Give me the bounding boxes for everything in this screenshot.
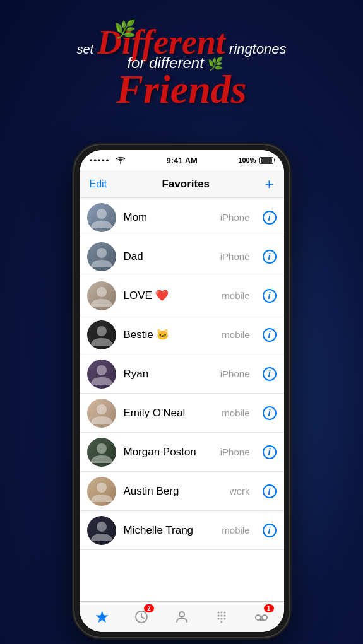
svg-point-18 bbox=[223, 615, 225, 617]
svg-point-2 bbox=[97, 287, 107, 297]
contact-item-dad[interactable]: DadiPhonei bbox=[80, 237, 284, 276]
status-bar: ●●●●● 9:41 AM 100% bbox=[80, 150, 284, 170]
svg-point-8 bbox=[97, 522, 107, 532]
contact-item-ryan[interactable]: RyaniPhonei bbox=[80, 354, 284, 394]
info-button-michelle[interactable]: i bbox=[263, 524, 277, 537]
phone-frame: ●●●●● 9:41 AM 100% bbox=[74, 145, 289, 637]
wifi-icon bbox=[116, 156, 126, 164]
svg-point-23 bbox=[256, 615, 261, 620]
battery-percent: 100% bbox=[238, 156, 256, 164]
svg-point-14 bbox=[220, 612, 222, 614]
contact-name-ryan: Ryan bbox=[124, 368, 213, 380]
phone-screen: ●●●●● 9:41 AM 100% bbox=[80, 150, 284, 632]
edit-button[interactable]: Edit bbox=[90, 179, 107, 190]
contact-name-mom: Mom bbox=[124, 211, 213, 224]
status-time: 9:41 AM bbox=[167, 156, 198, 165]
svg-point-16 bbox=[217, 615, 219, 617]
promo-header: 🌿 set Different ringtones for different … bbox=[0, 6, 363, 116]
contact-type-love: mobile bbox=[222, 290, 249, 301]
header-friends: Friends bbox=[116, 67, 246, 112]
svg-point-5 bbox=[97, 404, 107, 414]
tab-bar: ★ 2 bbox=[80, 601, 284, 632]
contact-name-austin: Austin Berg bbox=[124, 485, 222, 498]
svg-point-13 bbox=[217, 612, 219, 614]
battery-area: 100% bbox=[238, 156, 273, 164]
svg-point-24 bbox=[262, 615, 267, 620]
contact-name-love: LOVE ❤️ bbox=[124, 289, 215, 302]
svg-point-19 bbox=[217, 618, 219, 620]
contact-item-michelle[interactable]: Michelle Trangmobilei bbox=[80, 511, 284, 550]
info-button-austin[interactable]: i bbox=[263, 484, 277, 498]
contact-type-dad: iPhone bbox=[220, 251, 250, 262]
tab-favorites[interactable]: ★ bbox=[82, 602, 122, 632]
avatar-emily bbox=[87, 399, 116, 428]
svg-point-21 bbox=[223, 618, 225, 620]
contact-item-morgan[interactable]: Morgan PostoniPhonei bbox=[80, 433, 284, 472]
info-button-love[interactable]: i bbox=[263, 289, 277, 303]
recents-badge: 2 bbox=[144, 604, 154, 612]
avatar-dad bbox=[87, 242, 116, 271]
tab-recents[interactable]: 2 bbox=[122, 602, 162, 632]
avatar-michelle bbox=[87, 516, 116, 545]
contact-item-austin[interactable]: Austin Bergworki bbox=[80, 472, 284, 511]
favorites-icon: ★ bbox=[95, 607, 109, 627]
info-button-ryan[interactable]: i bbox=[263, 367, 277, 381]
voicemail-badge: 1 bbox=[264, 604, 274, 612]
avatar-mom bbox=[87, 203, 116, 232]
info-button-bestie[interactable]: i bbox=[263, 328, 277, 342]
svg-point-4 bbox=[97, 365, 107, 375]
contact-name-emily: Emily O'Neal bbox=[124, 407, 215, 419]
battery-icon bbox=[259, 157, 273, 164]
avatar-ryan bbox=[87, 360, 116, 389]
contact-type-bestie: mobile bbox=[222, 329, 249, 340]
contacts-icon bbox=[174, 609, 189, 624]
contact-type-michelle: mobile bbox=[222, 525, 249, 536]
contact-type-morgan: iPhone bbox=[220, 447, 250, 457]
info-button-dad[interactable]: i bbox=[263, 250, 277, 264]
avatar-austin bbox=[87, 477, 116, 506]
svg-point-20 bbox=[220, 618, 222, 620]
add-button[interactable]: + bbox=[265, 177, 273, 192]
svg-point-6 bbox=[97, 443, 107, 454]
contact-item-bestie[interactable]: Bestie 🐱mobilei bbox=[80, 315, 284, 354]
keypad-icon bbox=[214, 609, 229, 624]
svg-point-12 bbox=[179, 612, 184, 617]
avatar-love bbox=[87, 281, 116, 310]
info-button-emily[interactable]: i bbox=[263, 406, 277, 420]
nav-bar: Edit Favorites + bbox=[80, 170, 284, 198]
nav-title: Favorites bbox=[162, 178, 210, 190]
svg-line-11 bbox=[141, 617, 144, 618]
contact-item-love[interactable]: LOVE ❤️mobilei bbox=[80, 276, 284, 315]
signal-area: ●●●●● bbox=[90, 156, 126, 165]
avatar-morgan bbox=[87, 438, 116, 467]
svg-point-15 bbox=[223, 612, 225, 614]
svg-point-17 bbox=[220, 615, 222, 617]
contact-type-ryan: iPhone bbox=[220, 368, 250, 379]
contact-list: MomiPhonei DadiPhonei LOVE ❤️mobilei Bes… bbox=[80, 198, 284, 601]
info-button-morgan[interactable]: i bbox=[263, 445, 277, 459]
svg-point-0 bbox=[97, 209, 107, 219]
contact-name-dad: Dad bbox=[124, 250, 213, 263]
contact-name-michelle: Michelle Trang bbox=[124, 524, 215, 537]
contact-name-morgan: Morgan Poston bbox=[124, 446, 213, 459]
header-set: set bbox=[76, 42, 93, 57]
tab-contacts[interactable] bbox=[162, 602, 201, 632]
header-ringtones: ringtones bbox=[229, 41, 287, 57]
tab-keypad[interactable] bbox=[201, 602, 241, 632]
contact-type-mom: iPhone bbox=[220, 212, 250, 223]
svg-point-22 bbox=[220, 621, 222, 623]
avatar-bestie bbox=[87, 320, 116, 349]
contact-item-mom[interactable]: MomiPhonei bbox=[80, 198, 284, 237]
contact-name-bestie: Bestie 🐱 bbox=[124, 328, 215, 341]
info-button-mom[interactable]: i bbox=[263, 211, 277, 225]
contact-type-austin: work bbox=[230, 486, 250, 496]
contact-item-emily[interactable]: Emily O'Nealmobilei bbox=[80, 394, 284, 433]
svg-point-7 bbox=[97, 483, 107, 493]
tab-voicemail[interactable]: 1 bbox=[241, 602, 281, 632]
contact-type-emily: mobile bbox=[222, 407, 249, 418]
svg-point-1 bbox=[97, 248, 107, 258]
svg-point-3 bbox=[97, 326, 107, 336]
